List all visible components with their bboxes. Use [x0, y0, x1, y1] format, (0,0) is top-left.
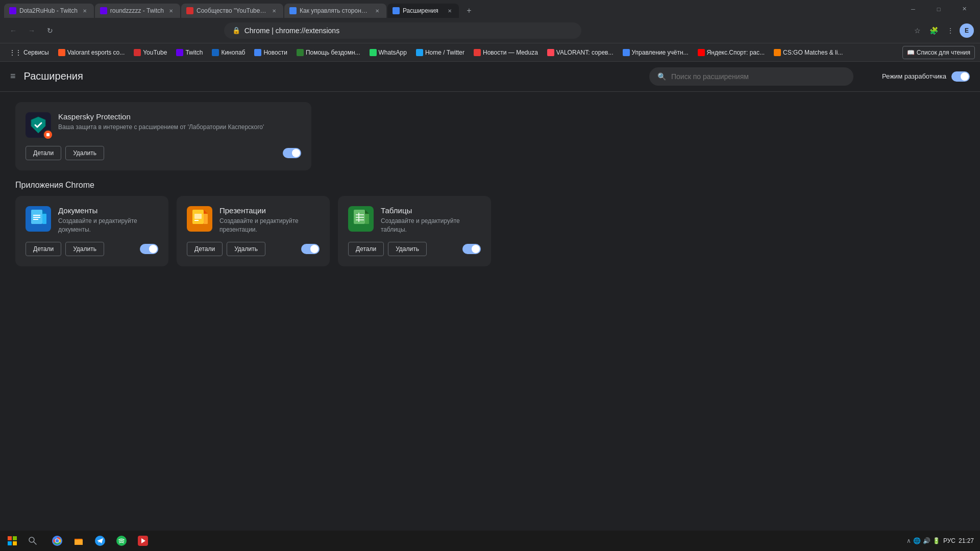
svg-marker-9	[204, 210, 208, 214]
tab-roundzzz[interactable]: roundzzzzz - Twitch ✕	[95, 4, 180, 18]
minimize-button[interactable]: ─	[901, 0, 925, 18]
slides-toggle[interactable]	[301, 244, 320, 254]
slides-footer: Детали Удалить	[187, 242, 320, 256]
tab-youtube-community[interactable]: Сообщество "YouTube": в ист... ✕	[181, 4, 283, 18]
kaspersky-badge	[43, 130, 53, 140]
taskbar: ∧ 🌐 🔊 🔋 РУС 21:27	[0, 531, 980, 551]
profile-button[interactable]: E	[960, 23, 974, 38]
tab-roundzzz-close[interactable]: ✕	[167, 7, 175, 15]
taskbar-search-button[interactable]	[23, 532, 42, 550]
tab-dota2-title: Dota2RuHub - Twitch	[19, 7, 78, 14]
taskbar-chrome-app[interactable]	[47, 532, 67, 550]
forward-button[interactable]: →	[24, 23, 39, 38]
docs-remove-button[interactable]: Удалить	[65, 242, 104, 256]
docs-footer: Детали Удалить	[26, 242, 158, 256]
sheets-icon	[348, 206, 374, 232]
taskbar-telegram-app[interactable]	[90, 532, 110, 550]
taskbar-youtube-app[interactable]	[133, 532, 153, 550]
bookmark-whatsapp[interactable]: WhatsApp	[365, 46, 411, 59]
docs-toggle[interactable]	[140, 244, 158, 254]
svg-line-25	[34, 542, 36, 544]
bookmarks-star-icon[interactable]: ☆	[911, 23, 925, 38]
more-options-button[interactable]: ⋮	[943, 23, 958, 38]
taskbar-spotify-app[interactable]	[111, 532, 132, 550]
bookmark-valorant[interactable]: Valorant esports co...	[54, 46, 129, 59]
bookmark-account[interactable]: Управление учётн...	[619, 46, 693, 59]
slides-toggle-knob	[310, 245, 318, 253]
reload-button[interactable]: ↻	[43, 23, 57, 38]
svg-rect-15	[365, 214, 369, 224]
sheets-details-button[interactable]: Детали	[348, 242, 384, 256]
lock-icon: 🔒	[232, 27, 240, 34]
docs-icon	[26, 206, 51, 232]
svg-rect-6	[33, 217, 40, 218]
main-content: Kaspersky Protection Ваша защита в интер…	[0, 92, 980, 551]
tab-extensions[interactable]: Расширения ✕	[387, 4, 459, 18]
bookmark-yandex-sport[interactable]: Яндекс.Спорт: рас...	[694, 46, 769, 59]
maximize-button[interactable]: □	[927, 0, 950, 18]
slides-details-button[interactable]: Детали	[187, 242, 223, 256]
back-button[interactable]: ←	[6, 23, 20, 38]
bookmark-services[interactable]: ⋮⋮ Сервисы	[5, 46, 53, 59]
tab-youtube-community-close[interactable]: ✕	[270, 7, 278, 15]
taskbar-language[interactable]: РУС	[943, 537, 955, 544]
search-box[interactable]: 🔍	[649, 67, 853, 86]
kaspersky-card-header: Kaspersky Protection Ваша защита в интер…	[26, 112, 301, 138]
sheets-toggle[interactable]	[462, 244, 481, 254]
sidebar-menu-icon[interactable]: ≡	[10, 71, 16, 82]
kaspersky-toggle-knob	[292, 149, 300, 157]
sheets-footer: Детали Удалить	[348, 242, 481, 256]
window-controls: ─ □ ✕	[897, 0, 980, 18]
taskbar-time: 21:27	[959, 537, 974, 544]
bookmark-services-label: Сервисы	[23, 49, 49, 56]
reading-list-button[interactable]: 📖 Список для чтения	[902, 46, 975, 59]
taskbar-up-arrow[interactable]: ∧	[906, 537, 911, 544]
svg-rect-22	[8, 541, 12, 545]
kaspersky-remove-button[interactable]: Удалить	[65, 146, 104, 160]
tab-bar: Dota2RuHub - Twitch ✕ roundzzzzz - Twitc…	[0, 0, 897, 18]
docs-toggle-knob	[149, 245, 157, 253]
bookmark-news[interactable]: Новости	[250, 46, 291, 59]
docs-name: Документы	[58, 206, 158, 215]
extensions-puzzle-icon[interactable]: 🧩	[927, 23, 941, 38]
docs-details-button[interactable]: Детали	[26, 242, 61, 256]
bookmark-valorant-esports-label: VALORANT: сорев...	[556, 49, 614, 56]
svg-rect-11	[194, 214, 202, 219]
svg-rect-20	[8, 536, 12, 540]
bookmark-csgo[interactable]: CS:GO Matches & li...	[770, 46, 847, 59]
sheets-remove-button[interactable]: Удалить	[388, 242, 427, 256]
bookmark-twitch[interactable]: Twitch	[172, 46, 207, 59]
slides-remove-button[interactable]: Удалить	[227, 242, 265, 256]
bookmark-valorant-esports[interactable]: VALORANT: сорев...	[543, 46, 618, 59]
dev-mode-toggle[interactable]	[951, 71, 970, 82]
address-bar: ← → ↻ 🔒 Chrome | chrome://extensions ☆ 🧩…	[0, 18, 980, 43]
tab-dota2[interactable]: Dota2RuHub - Twitch ✕	[4, 4, 94, 18]
bookmark-help[interactable]: Помощь бездомн...	[292, 46, 364, 59]
taskbar-files-app[interactable]	[68, 532, 89, 550]
bookmark-kinolab[interactable]: Кинопаб	[208, 46, 249, 59]
svg-rect-5	[33, 215, 40, 216]
bookmark-kinolab-label: Кинопаб	[221, 49, 245, 56]
bookmark-twitter[interactable]: Home / Twitter	[412, 46, 469, 59]
search-input[interactable]	[671, 72, 845, 81]
reading-list-label: Список для чтения	[917, 49, 970, 56]
kaspersky-desc: Ваша защита в интернете с расширением от…	[58, 123, 264, 132]
bookmark-youtube[interactable]: YouTube	[130, 46, 171, 59]
address-omnibox[interactable]: 🔒 Chrome | chrome://extensions	[224, 22, 581, 39]
new-tab-button[interactable]: +	[462, 4, 476, 18]
slides-desc: Создавайте и редактируйте презентации.	[219, 217, 320, 234]
bookmark-meduza[interactable]: Новости — Meduza	[470, 46, 542, 59]
taskbar-right: ∧ 🌐 🔊 🔋 РУС 21:27	[906, 537, 978, 544]
bookmark-valorant-label: Valorant esports co...	[67, 49, 125, 56]
kaspersky-toggle[interactable]	[283, 148, 301, 158]
kaspersky-icon	[26, 112, 51, 138]
tab-dota2-close[interactable]: ✕	[81, 7, 89, 15]
tab-extensions-close[interactable]: ✕	[446, 7, 454, 15]
start-button[interactable]	[2, 532, 22, 550]
kaspersky-details-button[interactable]: Детали	[26, 146, 61, 160]
dev-mode-label: Режим разработчика	[882, 72, 946, 80]
close-button[interactable]: ✕	[952, 0, 976, 18]
page-wrapper: ≡ Расширения 🔍 Режим разработчика	[0, 62, 980, 551]
tab-manage-extensions-close[interactable]: ✕	[373, 7, 381, 15]
tab-manage-extensions[interactable]: Как управлять сторонними пр... ✕	[284, 4, 386, 18]
